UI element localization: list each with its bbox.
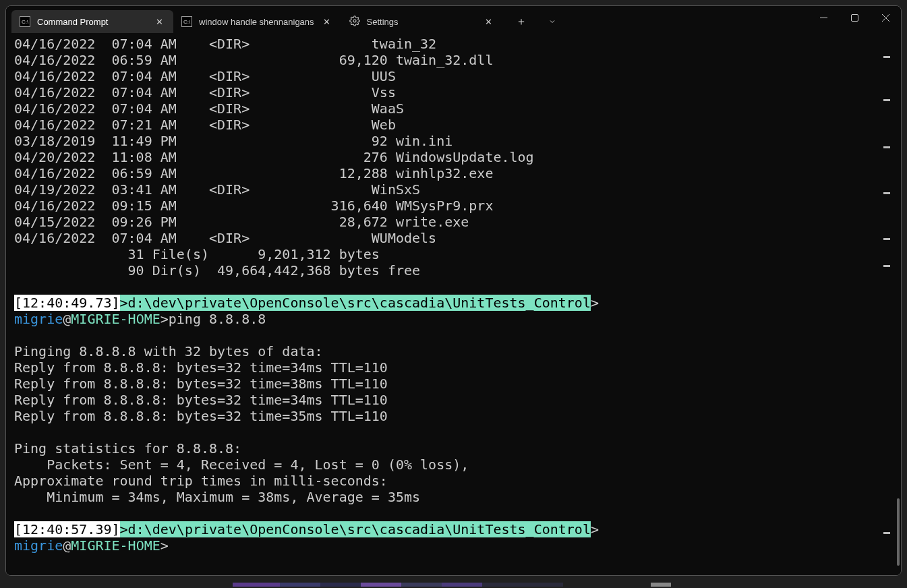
terminal-window: C:\ Command Prompt ✕ C:\ window handle s…: [5, 5, 902, 576]
tab-title: window handle shennanigans: [199, 17, 314, 27]
tab-dropdown-button[interactable]: [537, 10, 568, 33]
scrollbar-thumb[interactable]: [897, 498, 900, 566]
close-icon[interactable]: ✕: [483, 16, 495, 28]
maximize-button[interactable]: [839, 6, 870, 29]
close-icon[interactable]: ✕: [153, 16, 165, 28]
new-tab-button[interactable]: ＋: [506, 10, 537, 33]
tab-settings[interactable]: Settings ✕: [341, 10, 503, 33]
cmd-icon: C:\: [181, 16, 192, 27]
scrollbar[interactable]: [893, 36, 900, 568]
close-icon[interactable]: ✕: [321, 16, 333, 28]
tab-command-prompt[interactable]: C:\ Command Prompt ✕: [11, 10, 173, 33]
tab-actions: ＋: [506, 6, 568, 33]
svg-point-0: [353, 20, 356, 22]
taskbar-hint: [0, 579, 907, 588]
tab-title: Command Prompt: [37, 17, 146, 27]
tab-strip: C:\ Command Prompt ✕ C:\ window handle s…: [6, 6, 503, 33]
terminal-content[interactable]: 04/16/2022 07:04 AM <DIR> twain_32 04/16…: [6, 33, 901, 575]
titlebar: C:\ Command Prompt ✕ C:\ window handle s…: [6, 6, 901, 33]
tab-window-handle[interactable]: C:\ window handle shennanigans ✕: [173, 10, 341, 33]
gear-icon: [349, 16, 360, 28]
cmd-icon: C:\: [20, 16, 30, 27]
minimize-button[interactable]: [808, 6, 839, 29]
window-controls: [808, 6, 901, 33]
svg-rect-2: [851, 14, 858, 21]
tab-title: Settings: [367, 17, 476, 27]
window-close-button[interactable]: [870, 6, 901, 29]
svg-rect-1: [820, 18, 827, 18]
